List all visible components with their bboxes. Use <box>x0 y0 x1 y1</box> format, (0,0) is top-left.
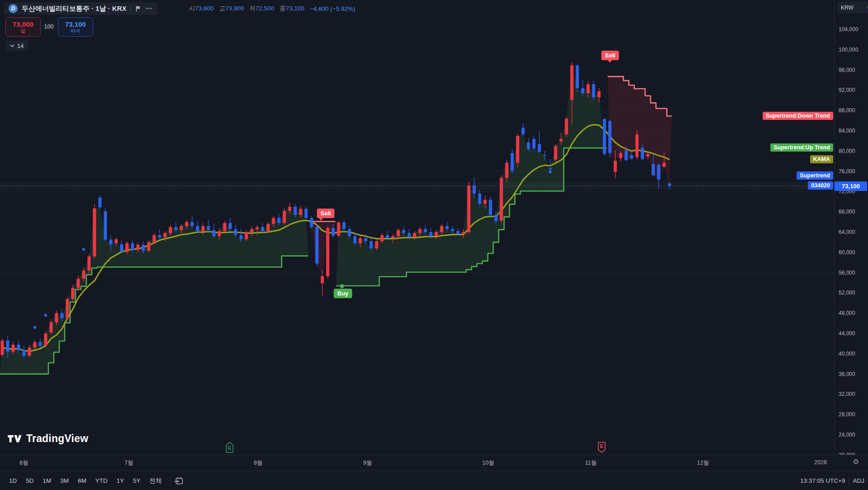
candle-body <box>554 146 557 160</box>
candle-body <box>375 241 378 248</box>
flag-icon[interactable] <box>135 5 142 12</box>
candle[interactable] <box>538 131 541 153</box>
currency-button[interactable]: KRW ∨ <box>837 2 868 13</box>
candle[interactable] <box>533 136 536 150</box>
indicators-collapse-toggle[interactable]: 14 <box>6 41 28 51</box>
candle[interactable] <box>603 118 606 156</box>
range-button-3M[interactable]: 3M <box>56 475 73 486</box>
high-label: 고 <box>219 5 226 12</box>
price-chart[interactable] <box>0 0 834 455</box>
candle-body <box>435 232 438 236</box>
candle-body <box>587 84 590 93</box>
candle[interactable] <box>500 176 503 223</box>
candle-body <box>326 228 330 276</box>
axis-settings-gear-icon[interactable]: ⚙ <box>853 457 859 466</box>
range-button-5Y[interactable]: 5Y <box>128 475 145 486</box>
sell-label: 셀 <box>21 28 26 34</box>
candle[interactable] <box>93 204 96 258</box>
candle[interactable] <box>522 124 525 136</box>
sell-signal-label[interactable]: Sell <box>317 209 335 218</box>
clock[interactable]: 13:37:05 UTC+9 <box>800 477 845 484</box>
price-tick-label: 92,000 <box>839 87 855 93</box>
candle-body <box>641 148 644 159</box>
candle-body <box>500 178 503 220</box>
symbol-header[interactable]: D 두산에너빌리티보통주 · 1날 · KRX ••• <box>4 2 158 15</box>
candle[interactable] <box>337 221 340 237</box>
sell-button[interactable]: 73,000 셀 <box>5 17 41 37</box>
quantity-field[interactable]: 100 <box>42 22 56 31</box>
time-axis-label: 7월 <box>124 459 133 467</box>
candle-body <box>625 151 628 160</box>
more-options-icon[interactable]: ••• <box>146 6 153 11</box>
buy-signal-dot <box>340 284 344 288</box>
candle-body <box>142 245 145 251</box>
candle[interactable] <box>565 117 568 137</box>
sell-signal-label[interactable]: Sell <box>601 51 619 60</box>
candle-body <box>516 136 519 162</box>
open-label: 시 <box>189 5 195 12</box>
candle-body <box>419 229 422 233</box>
candle-body <box>533 139 536 148</box>
candle[interactable] <box>326 226 330 278</box>
adj-toggle[interactable]: ADJ <box>853 477 864 484</box>
price-tick-label: 24,000 <box>839 432 855 438</box>
range-buttons: 1D5D1M3M6MYTD1Y5Y전체 <box>5 475 166 487</box>
candle-body <box>131 243 134 250</box>
buy-signal-label[interactable]: Buy <box>334 289 352 298</box>
earnings-event-icon[interactable]: E <box>226 442 234 455</box>
candle-body <box>55 313 58 322</box>
range-button-5D[interactable]: 5D <box>21 475 38 486</box>
range-button-6M[interactable]: 6M <box>73 475 91 486</box>
candle[interactable] <box>511 149 514 173</box>
candle-body <box>392 236 395 238</box>
candle-body <box>164 233 167 237</box>
candle[interactable] <box>104 208 107 241</box>
go-to-date-icon[interactable] <box>174 476 184 485</box>
candle-body <box>484 200 487 204</box>
range-button-1M[interactable]: 1M <box>38 475 56 486</box>
candle[interactable] <box>120 240 123 253</box>
candle-body <box>614 161 617 172</box>
candle[interactable] <box>1 338 4 357</box>
candle[interactable] <box>609 119 612 157</box>
price-axis[interactable]: 104,000100,00096,00092,00088,00084,00080… <box>834 0 868 455</box>
range-button-1Y[interactable]: 1Y <box>112 475 129 486</box>
candle-body <box>576 66 579 88</box>
candle-body <box>234 229 237 235</box>
supertrend-fill <box>336 66 607 286</box>
price-tick-label: 36,000 <box>839 371 855 377</box>
candle[interactable] <box>321 271 324 296</box>
price-tick-label: 84,000 <box>839 128 855 134</box>
price-tick-label: 28,000 <box>839 411 855 418</box>
watermark-brand: TradingView <box>26 433 88 445</box>
candle[interactable] <box>99 195 102 209</box>
candle[interactable] <box>516 134 519 167</box>
divider <box>170 476 170 485</box>
range-button-전체[interactable]: 전체 <box>145 475 166 487</box>
candle[interactable] <box>636 130 639 160</box>
candle[interactable] <box>467 182 471 234</box>
candle[interactable] <box>576 64 579 92</box>
price-tick-label: 100,000 <box>839 47 858 53</box>
candle[interactable] <box>489 197 492 218</box>
candle[interactable] <box>44 332 47 347</box>
candle[interactable] <box>66 297 69 320</box>
candle-body <box>609 121 612 153</box>
time-axis-label: 10월 <box>482 459 494 467</box>
range-button-1D[interactable]: 1D <box>5 475 21 486</box>
candle-body <box>104 211 107 240</box>
candle[interactable] <box>316 224 319 266</box>
candle[interactable] <box>554 144 557 162</box>
time-axis[interactable]: 6월7월8월9월10월11월12월2026 <box>0 455 868 471</box>
earnings-event-icon[interactable]: E <box>598 442 606 455</box>
candle-body <box>191 222 194 226</box>
candle-body <box>88 257 91 271</box>
range-button-YTD[interactable]: YTD <box>91 475 112 486</box>
buy-button[interactable]: 73,100 바이 <box>58 17 93 37</box>
candle-body <box>240 235 243 239</box>
candle[interactable] <box>28 345 31 357</box>
candle[interactable] <box>212 224 216 238</box>
candle-body <box>39 342 42 346</box>
candle-body <box>299 209 302 214</box>
candle-body <box>17 345 20 350</box>
